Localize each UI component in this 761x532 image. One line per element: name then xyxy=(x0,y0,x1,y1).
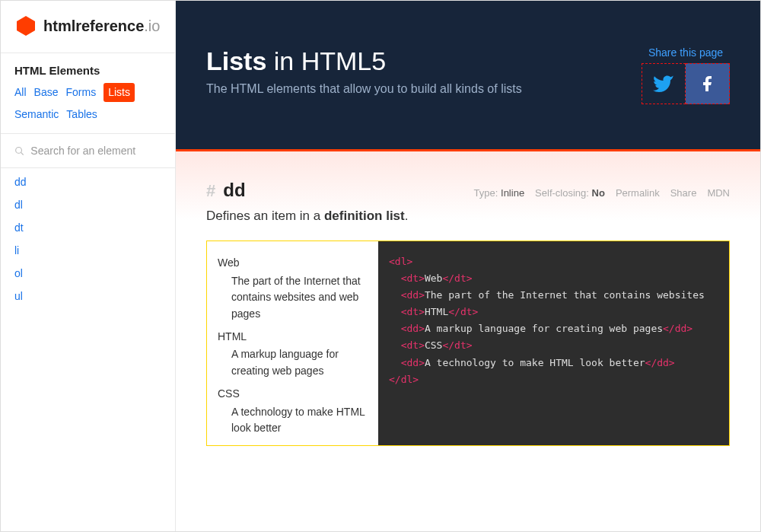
filter-semantic[interactable]: Semantic xyxy=(14,105,59,124)
filter-base[interactable]: Base xyxy=(34,83,59,102)
entry-name: dd xyxy=(223,180,245,201)
content: # dd Type: Inline Self-closing: No Perma… xyxy=(176,149,760,531)
element-link-ul[interactable]: ul xyxy=(14,290,161,302)
logo-icon xyxy=(14,14,37,37)
filter-forms[interactable]: Forms xyxy=(65,83,96,102)
preview-definition: The part of the Internet that contains w… xyxy=(231,273,368,323)
preview-term: Web xyxy=(218,255,368,272)
hash-icon: # xyxy=(206,181,215,201)
twitter-icon xyxy=(653,73,674,94)
filter-tables[interactable]: Tables xyxy=(66,105,97,124)
filter-section: HTML Elements AllBaseFormsListsSemanticT… xyxy=(1,53,175,134)
share-label: Share this page xyxy=(642,46,730,59)
permalink-link[interactable]: Permalink xyxy=(616,187,660,199)
entry-meta: Type: Inline Self-closing: No Permalink … xyxy=(474,187,730,199)
share-box: Share this page xyxy=(642,46,730,104)
preview-term: CSS xyxy=(218,386,368,403)
filter-lists[interactable]: Lists xyxy=(103,83,135,102)
example-code: <dl> <dt>Web</dt> <dd>The part of the In… xyxy=(378,241,729,445)
main: Lists in HTML5 The HTML elements that al… xyxy=(176,1,760,531)
element-link-li[interactable]: li xyxy=(14,244,161,256)
preview-definition: A technology to make HTML look better xyxy=(231,404,368,437)
element-link-dl[interactable]: dl xyxy=(14,199,161,211)
preview-definition: A markup language for creating web pages xyxy=(231,346,368,379)
svg-marker-0 xyxy=(17,16,35,36)
entry-description: Defines an item in a definition list. xyxy=(206,209,730,224)
example-preview: WebThe part of the Internet that contain… xyxy=(207,241,378,445)
element-link-ol[interactable]: ol xyxy=(14,267,161,279)
entry-dd: # dd Type: Inline Self-closing: No Perma… xyxy=(206,180,730,446)
share-facebook-button[interactable] xyxy=(686,63,730,104)
hero: Lists in HTML5 The HTML elements that al… xyxy=(176,1,760,149)
element-link-dd[interactable]: dd xyxy=(14,176,161,188)
element-list: dddldtliolul xyxy=(1,168,175,310)
sidebar-title: HTML Elements xyxy=(14,64,161,77)
search-icon xyxy=(14,145,24,157)
search-input[interactable] xyxy=(30,145,161,157)
sidebar: htmlreference.io HTML Elements AllBaseFo… xyxy=(1,1,176,531)
logo[interactable]: htmlreference.io xyxy=(1,1,175,53)
facebook-icon xyxy=(699,75,717,93)
search-area xyxy=(1,134,175,168)
filter-row: AllBaseFormsListsSemanticTables xyxy=(14,83,161,124)
logo-text: htmlreference.io xyxy=(43,18,160,35)
preview-term: HTML xyxy=(218,329,368,346)
element-link-dt[interactable]: dt xyxy=(14,221,161,234)
filter-all[interactable]: All xyxy=(14,83,27,102)
svg-point-1 xyxy=(16,147,22,153)
example-box: Example: Copy WebThe part of the Interne… xyxy=(206,241,730,446)
share-link[interactable]: Share xyxy=(670,187,697,199)
svg-line-2 xyxy=(21,152,23,155)
mdn-link[interactable]: MDN xyxy=(707,187,730,199)
share-twitter-button[interactable] xyxy=(642,63,686,104)
